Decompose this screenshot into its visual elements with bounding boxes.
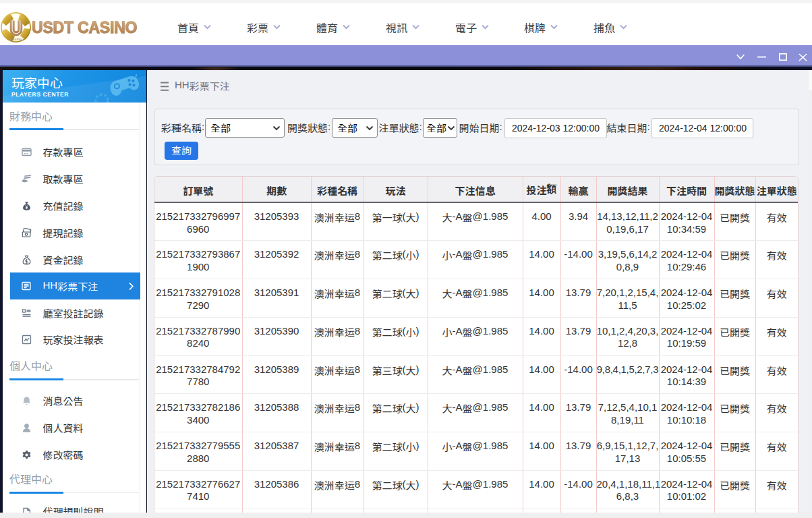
svg-text:Casino: Casino (9, 37, 22, 41)
